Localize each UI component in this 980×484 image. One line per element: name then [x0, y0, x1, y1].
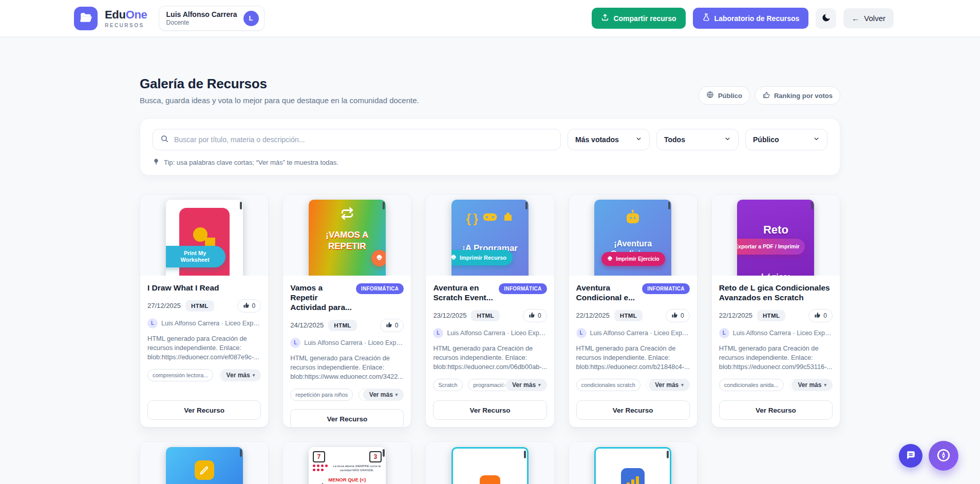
resource-lab-button[interactable]: Laboratorio de Recursos	[693, 8, 809, 29]
author-avatar: L	[290, 338, 300, 348]
see-more-button[interactable]: Ver más▾	[220, 369, 261, 381]
back-button[interactable]: ← Volver	[843, 8, 894, 28]
scrollbar-thumb[interactable]	[811, 202, 813, 209]
subject-select-value: Todos	[664, 135, 685, 144]
format-badge: HTML	[185, 300, 214, 312]
resource-thumbnail[interactable]: Reto Exportar a PDF / Imprimir Lógica: ▾	[712, 195, 840, 276]
resource-thumbnail[interactable]: Print My Worksheet ▾	[140, 195, 268, 276]
tag[interactable]: comprensión lectora...	[147, 369, 213, 381]
view-resource-button[interactable]: Ver Recurso	[147, 400, 261, 420]
logo[interactable]	[74, 7, 98, 30]
main-content: Galería de Recursos Busca, guarda ideas …	[140, 76, 840, 484]
compass-fab[interactable]	[929, 441, 958, 471]
tag[interactable]: condicionales anida...	[719, 379, 784, 391]
worksheet-instruction: La boca abierta SIEMPRE come la cantidad…	[332, 464, 382, 473]
category-badge: INFORMÁTICA	[356, 283, 404, 294]
scrollbar-thumb[interactable]	[667, 451, 669, 458]
card-meta: 27/12/2025 HTML 0	[147, 299, 261, 313]
card-footer: Ver Recurso	[283, 402, 411, 428]
card-title[interactable]: Vamos a Repetir Actividad para...	[290, 283, 352, 313]
printer-icon	[607, 256, 613, 262]
sort-select[interactable]: Más votados	[568, 129, 650, 150]
visibility-select[interactable]: Público	[745, 129, 827, 150]
brand: EduOne RECURSOS	[74, 7, 147, 30]
resource-card	[425, 441, 554, 484]
resource-thumbnail[interactable]	[569, 442, 697, 484]
tag[interactable]: repetición para niños	[290, 389, 353, 401]
coding-icons: { }	[451, 211, 529, 226]
card-description: HTML generado para Creación de recursos …	[719, 344, 833, 372]
bar-chart-icon	[621, 468, 645, 484]
card-title[interactable]: Reto de L gica Condicionales Avanzados e…	[719, 283, 833, 303]
scrollbar-thumb[interactable]	[240, 202, 242, 209]
view-resource-button[interactable]: Ver Recurso	[719, 400, 833, 420]
card-title[interactable]: I Draw What I Read	[147, 283, 261, 293]
view-resource-button[interactable]: Ver Recurso	[433, 400, 546, 420]
public-badge: Público	[699, 86, 750, 105]
card-title[interactable]: Aventura en Scratch Event...	[433, 283, 495, 303]
share-resource-button[interactable]: Compartir recurso	[592, 8, 685, 29]
view-resource-button[interactable]: Ver Recurso	[290, 409, 404, 428]
card-title[interactable]: Aventura Condicional e...	[576, 283, 638, 303]
card-description: HTML generado para Creación de recursos …	[433, 344, 546, 372]
user-pill[interactable]: Luis Alfonso Carrera Docente L	[159, 6, 265, 30]
flask-icon	[702, 13, 710, 23]
votes-pill[interactable]: 0	[380, 319, 404, 332]
see-more-label: Ver más	[798, 381, 821, 389]
see-more-button[interactable]: Ver más▾	[506, 379, 547, 391]
format-badge: HTML	[757, 310, 786, 321]
resource-thumbnail[interactable]: ¡Aventura Condiciona Imprimir Ejercicio …	[569, 195, 697, 276]
see-more-button[interactable]: Ver más▾	[363, 389, 404, 401]
resource-thumbnail[interactable]	[426, 442, 554, 484]
see-more-button[interactable]: Ver más▾	[791, 379, 833, 391]
card-date: 22/12/2025	[576, 312, 610, 319]
see-more-label: Ver más	[655, 381, 679, 389]
card-title-row: Vamos a Repetir Actividad para... INFORM…	[290, 283, 404, 313]
resource-thumbnail[interactable]: ¡VAMOS A REPETIR Aprendemos sobre ▾	[283, 195, 411, 276]
author-name: Luis Alfonso Carrera · Liceo Experi...	[733, 330, 833, 337]
lightbulb-icon	[153, 158, 160, 167]
share-resource-label: Compartir recurso	[613, 14, 676, 23]
author-name: Luis Alfonso Carrera · Liceo Experi...	[590, 330, 690, 337]
tag[interactable]: Scratch	[433, 379, 462, 391]
thumbs-up-icon	[671, 312, 678, 320]
dark-mode-toggle[interactable]	[816, 8, 836, 29]
brand-title: EduOne	[105, 8, 147, 22]
resource-thumbnail[interactable]: Taller de	[140, 442, 268, 484]
user-role: Docente	[166, 19, 237, 26]
votes-pill[interactable]: 0	[808, 309, 833, 322]
scrollbar-thumb[interactable]	[524, 451, 526, 458]
card-title-row: Aventura Condicional e... INFORMATICA	[576, 283, 690, 303]
scrollbar-thumb[interactable]	[383, 202, 385, 209]
votes-pill[interactable]: 0	[523, 309, 547, 322]
resource-card: ¡VAMOS A REPETIR Aprendemos sobre ▾ Vamo…	[282, 194, 411, 428]
tags-row: repetición para niños pa Ver más▾	[290, 389, 404, 402]
export-pdf-label: Exportar a PDF / Imprimir	[737, 243, 799, 250]
scrollbar-thumb[interactable]	[240, 449, 242, 457]
chat-fab[interactable]	[899, 444, 922, 468]
thumbs-up-icon	[386, 321, 392, 330]
chevron-down-icon	[813, 135, 820, 144]
search-input[interactable]	[174, 135, 553, 144]
author-row: L Luis Alfonso Carrera · Liceo Experi...	[719, 328, 833, 338]
card-meta: 22/12/2025 HTML 0	[576, 309, 690, 322]
author-avatar: L	[719, 328, 729, 338]
resource-thumbnail[interactable]: 7 3 La boca abierta SIEMPRE come la cant…	[283, 442, 411, 484]
worksheet-title: MENOR QUE (<)	[309, 477, 386, 482]
see-more-button[interactable]: Ver más▾	[649, 379, 690, 391]
print-button	[371, 250, 386, 266]
braces-icon: { }	[466, 211, 478, 226]
view-resource-button[interactable]: Ver Recurso	[576, 400, 690, 420]
filters-row: Más votados Todos Público	[153, 129, 827, 150]
votes-pill[interactable]: 0	[666, 309, 690, 322]
card-title-row: I Draw What I Read	[147, 283, 261, 293]
card-meta: 22/12/2025 HTML 0	[719, 309, 833, 322]
votes-pill[interactable]: 0	[237, 299, 261, 313]
scrollbar-thumb[interactable]	[383, 449, 385, 457]
subject-select[interactable]: Todos	[656, 129, 739, 150]
scrollbar-thumb[interactable]	[525, 202, 527, 209]
scrollbar-thumb[interactable]	[668, 202, 670, 209]
tag[interactable]: condicionales scratch	[576, 379, 640, 391]
caret-down-icon: ▾	[681, 382, 684, 388]
resource-thumbnail[interactable]: { } ¡A Programar Imprimir Recurso ▾	[426, 195, 554, 276]
